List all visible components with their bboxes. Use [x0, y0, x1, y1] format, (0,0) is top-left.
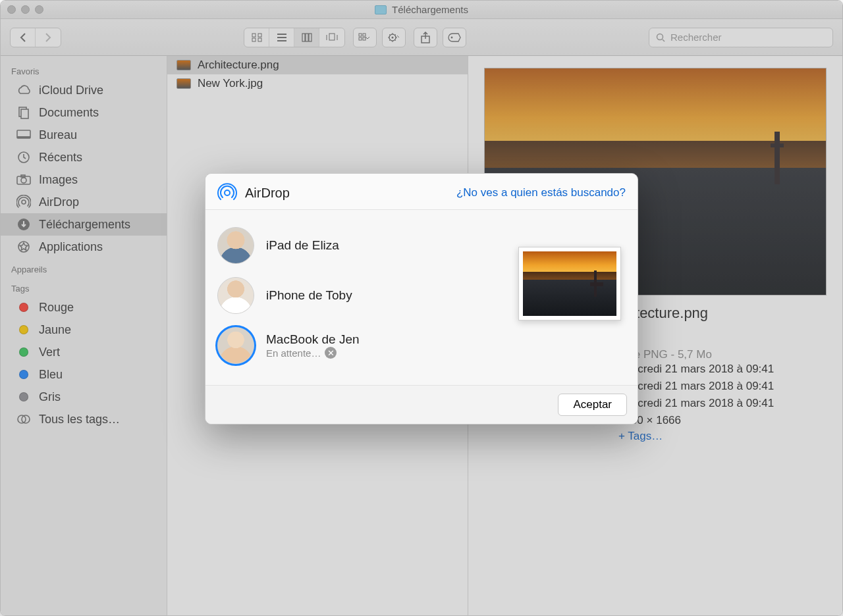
svg-point-30	[225, 190, 230, 195]
airdrop-sheet: AirDrop ¿No ves a quien estás buscando? …	[205, 173, 638, 424]
avatar	[217, 277, 254, 314]
target-name: iPhone de Toby	[266, 288, 352, 303]
airdrop-target[interactable]: MacBook de JenEn attente…✕	[217, 321, 502, 371]
airdrop-target[interactable]: iPad de Eliza	[217, 220, 502, 270]
target-name: MacBook de Jen	[266, 332, 360, 347]
airdrop-help-link[interactable]: ¿No ves a quien estás buscando?	[456, 186, 626, 199]
airdrop-target[interactable]: iPhone de Toby	[217, 270, 502, 321]
target-name: iPad de Eliza	[266, 238, 339, 253]
cancel-icon[interactable]: ✕	[325, 347, 337, 359]
finder-window: Téléchargements Rechercher	[0, 0, 843, 616]
airdrop-title: AirDrop	[245, 186, 290, 201]
target-status: En attente…	[266, 347, 321, 359]
avatar	[217, 327, 254, 364]
airdrop-icon	[217, 183, 237, 203]
accept-button[interactable]: Aceptar	[558, 394, 627, 416]
avatar	[217, 227, 254, 264]
airdrop-thumbnail	[518, 247, 621, 321]
